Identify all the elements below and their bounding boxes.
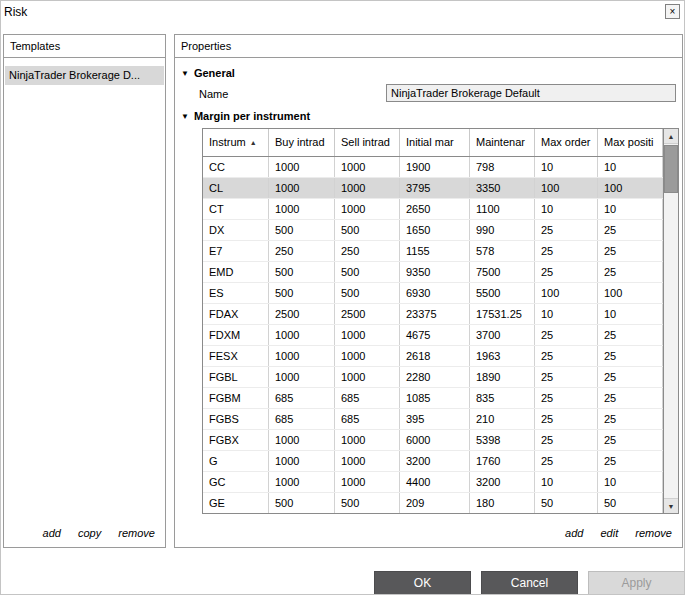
table-cell[interactable]: 1000 <box>335 157 400 177</box>
table-cell[interactable]: 2618 <box>400 346 470 366</box>
apply-button[interactable]: Apply <box>588 571 685 595</box>
column-header-initial-margin[interactable]: Initial mar <box>400 129 470 156</box>
table-cell[interactable]: ES <box>203 283 269 303</box>
table-cell[interactable]: GC <box>203 472 269 492</box>
table-cell[interactable]: 25 <box>598 409 663 429</box>
table-cell[interactable]: 3795 <box>400 178 470 198</box>
table-cell[interactable]: 1000 <box>335 472 400 492</box>
table-cell[interactable]: 6930 <box>400 283 470 303</box>
table-cell[interactable]: 2500 <box>269 304 335 324</box>
table-row[interactable]: G 1000 1000 3200 1760 25 25 <box>203 451 663 472</box>
table-cell[interactable]: 25 <box>535 430 598 450</box>
table-cell[interactable]: 25 <box>598 346 663 366</box>
table-cell[interactable]: 100 <box>598 178 663 198</box>
table-cell[interactable]: 9350 <box>400 262 470 282</box>
table-row[interactable]: FDAX 2500 2500 23375 17531.25 10 10 <box>203 304 663 325</box>
table-cell[interactable]: 25 <box>535 220 598 240</box>
table-cell[interactable]: 1000 <box>269 367 335 387</box>
table-cell[interactable]: 1000 <box>335 325 400 345</box>
table-row[interactable]: FGBM 685 685 1085 835 25 25 <box>203 388 663 409</box>
table-cell[interactable]: G <box>203 451 269 471</box>
table-cell[interactable]: 50 <box>535 493 598 513</box>
column-header-buy-intraday[interactable]: Buy intrad <box>269 129 335 156</box>
table-cell[interactable]: 25 <box>535 451 598 471</box>
table-cell[interactable]: 10 <box>535 472 598 492</box>
table-cell[interactable]: 25 <box>598 451 663 471</box>
table-cell[interactable]: 23375 <box>400 304 470 324</box>
table-cell[interactable]: 1100 <box>470 199 535 219</box>
table-cell[interactable]: 10 <box>598 304 663 324</box>
scrollbar-thumb[interactable] <box>664 145 678 193</box>
column-header-max-position[interactable]: Max positi <box>598 129 663 156</box>
table-cell[interactable]: 25 <box>535 346 598 366</box>
table-cell[interactable]: 25 <box>535 388 598 408</box>
table-cell[interactable]: 395 <box>400 409 470 429</box>
table-cell[interactable]: 25 <box>598 241 663 261</box>
table-cell[interactable]: 1000 <box>335 367 400 387</box>
table-row[interactable]: EMD 500 500 9350 7500 25 25 <box>203 262 663 283</box>
table-cell[interactable]: 1000 <box>335 430 400 450</box>
table-cell[interactable]: 25 <box>535 367 598 387</box>
scroll-down-icon[interactable]: ▼ <box>664 498 678 513</box>
table-cell[interactable]: 1000 <box>269 199 335 219</box>
column-header-instrument[interactable]: Instrum▲ <box>203 129 269 156</box>
table-cell[interactable]: GE <box>203 493 269 513</box>
general-group-header[interactable]: ▼General <box>181 67 235 79</box>
table-cell[interactable]: CT <box>203 199 269 219</box>
table-cell[interactable]: 2500 <box>335 304 400 324</box>
table-cell[interactable]: 25 <box>598 367 663 387</box>
table-cell[interactable]: CC <box>203 157 269 177</box>
table-cell[interactable]: 1890 <box>470 367 535 387</box>
table-cell[interactable]: 4675 <box>400 325 470 345</box>
table-cell[interactable]: 1000 <box>335 199 400 219</box>
table-cell[interactable]: 250 <box>335 241 400 261</box>
table-cell[interactable]: FESX <box>203 346 269 366</box>
table-row[interactable]: GC 1000 1000 4400 3200 10 10 <box>203 472 663 493</box>
table-cell[interactable]: 798 <box>470 157 535 177</box>
ok-button[interactable]: OK <box>374 571 471 595</box>
table-row[interactable]: CC 1000 1000 1900 798 10 10 <box>203 157 663 178</box>
vertical-scrollbar[interactable]: ▲ ▼ <box>663 129 678 513</box>
table-cell[interactable]: 1000 <box>335 178 400 198</box>
table-cell[interactable]: 25 <box>598 388 663 408</box>
margin-group-header[interactable]: ▼Margin per instrument <box>181 110 310 122</box>
table-cell[interactable]: 100 <box>535 283 598 303</box>
table-row[interactable]: ES 500 500 6930 5500 100 100 <box>203 283 663 304</box>
table-cell[interactable]: 1900 <box>400 157 470 177</box>
table-cell[interactable]: 5500 <box>470 283 535 303</box>
table-cell[interactable]: 685 <box>269 388 335 408</box>
table-cell[interactable]: 250 <box>269 241 335 261</box>
template-add-link[interactable]: add <box>43 527 61 539</box>
table-cell[interactable]: 3350 <box>470 178 535 198</box>
table-cell[interactable]: 2650 <box>400 199 470 219</box>
table-cell[interactable]: 500 <box>269 493 335 513</box>
table-cell[interactable]: 50 <box>598 493 663 513</box>
table-cell[interactable]: 5398 <box>470 430 535 450</box>
table-cell[interactable]: 3200 <box>470 472 535 492</box>
table-cell[interactable]: E7 <box>203 241 269 261</box>
table-cell[interactable]: FDXM <box>203 325 269 345</box>
table-cell[interactable]: 10 <box>535 199 598 219</box>
table-row[interactable]: CT 1000 1000 2650 1100 10 10 <box>203 199 663 220</box>
table-row[interactable]: FDXM 1000 1000 4675 3700 25 25 <box>203 325 663 346</box>
table-cell[interactable]: FDAX <box>203 304 269 324</box>
table-row[interactable]: FGBX 1000 1000 6000 5398 25 25 <box>203 430 663 451</box>
table-cell[interactable]: 1000 <box>269 346 335 366</box>
table-cell[interactable]: 1000 <box>335 346 400 366</box>
table-cell[interactable]: 25 <box>598 325 663 345</box>
table-cell[interactable]: 1000 <box>269 325 335 345</box>
column-header-max-order[interactable]: Max order <box>535 129 598 156</box>
table-cell[interactable]: 500 <box>269 220 335 240</box>
table-cell[interactable]: 500 <box>335 220 400 240</box>
table-cell[interactable]: 1000 <box>269 451 335 471</box>
table-cell[interactable]: 1000 <box>269 178 335 198</box>
table-cell[interactable]: 1155 <box>400 241 470 261</box>
table-cell[interactable]: CL <box>203 178 269 198</box>
table-cell[interactable]: 10 <box>535 304 598 324</box>
scroll-up-icon[interactable]: ▲ <box>664 129 678 144</box>
name-input[interactable] <box>386 84 676 102</box>
table-cell[interactable]: 17531.25 <box>470 304 535 324</box>
table-cell[interactable]: FGBM <box>203 388 269 408</box>
table-cell[interactable]: 7500 <box>470 262 535 282</box>
close-icon[interactable]: × <box>665 4 680 19</box>
